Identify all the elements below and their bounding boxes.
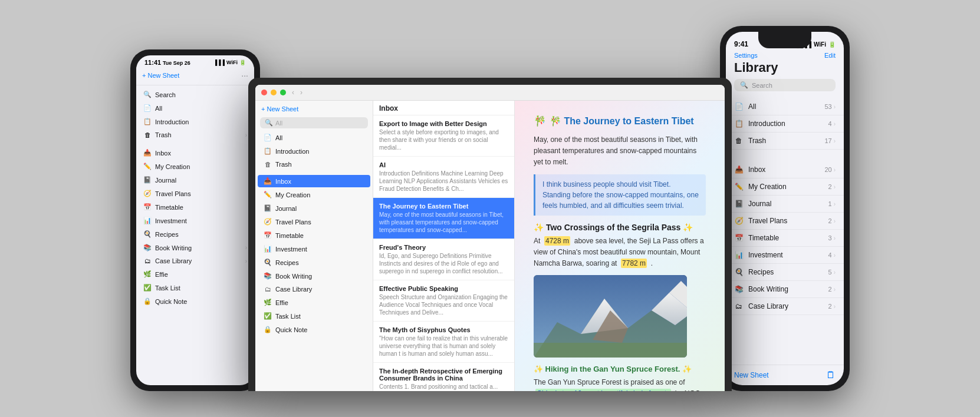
sidebar-item-task-list[interactable]: ✅ Task List	[136, 281, 254, 294]
library-item-recipes[interactable]: 🍳 Recipes 5 ›	[726, 264, 844, 281]
sidebar-label: Effie	[275, 299, 288, 306]
phone-right-new-sheet-button[interactable]: New Sheet	[734, 371, 769, 379]
chevron-icon: ›	[245, 258, 247, 264]
item-label: Trash	[748, 137, 766, 145]
sidebar-item-quick-note[interactable]: 🔒 Quick Note	[258, 323, 370, 336]
sidebar-item-label: Inbox	[155, 150, 171, 157]
sidebar-item-effie[interactable]: 🌿 Effie	[136, 267, 254, 281]
library-item-timetable[interactable]: 📅 Timetable 3 ›	[726, 230, 844, 247]
settings-button[interactable]: Settings	[734, 52, 758, 59]
chevron-icon: ›	[834, 201, 836, 207]
sidebar-item-my-creation[interactable]: ✏️ My Creation	[258, 188, 370, 201]
sidebar-item-search[interactable]: 🔍 Search	[136, 88, 254, 101]
note-item-ai[interactable]: AI Introduction Definitions Machine Lear…	[373, 157, 514, 198]
sidebar-item-inbox[interactable]: 📥 Inbox	[136, 146, 254, 160]
clipboard-icon: 📋	[264, 147, 272, 155]
forward-button[interactable]: ›	[300, 88, 302, 97]
sidebar-item-recipes[interactable]: 🍳 Recipes	[258, 256, 370, 269]
library-item-inbox[interactable]: 📥 Inbox 20 ›	[726, 161, 844, 178]
sidebar-label: Journal	[275, 205, 297, 212]
sidebar-item-journal[interactable]: 📓 Journal	[258, 202, 370, 214]
back-button[interactable]: ‹	[292, 88, 294, 97]
sidebar-item-my-creation[interactable]: ✏️ My Creation	[136, 160, 254, 173]
sidebar-item-timetable[interactable]: 📅 Timetable	[258, 229, 370, 241]
sidebar-item-book-writing[interactable]: 📚 Book Writing	[258, 270, 370, 282]
library-item-trash[interactable]: 🗑 Trash 17 ›	[726, 133, 844, 150]
library-item-case-library[interactable]: 🗂 Case Library 2 ›	[726, 298, 844, 315]
sidebar-item-inbox[interactable]: 📥 Inbox	[258, 175, 370, 187]
note-item-sisyphus[interactable]: The Myth of Sisyphus Quotes "How can one…	[373, 322, 514, 363]
phone-right-search[interactable]: 🔍 Search	[734, 79, 836, 91]
inbox-icon: 📥	[734, 166, 744, 174]
phone-left-more-button[interactable]: ···	[241, 71, 248, 80]
library-item-journal[interactable]: 📓 Journal 1 ›	[726, 196, 844, 213]
sidebar-item-effie[interactable]: 🌿 Effie	[258, 296, 370, 309]
compass-icon: 🧭	[734, 217, 744, 225]
phone-right-header: Settings Edit Library 🔍 Search	[726, 49, 844, 96]
note-item-export[interactable]: Export to Image with Better Design Selec…	[373, 115, 514, 157]
item-label: Investment	[748, 251, 783, 259]
maximize-button[interactable]	[280, 90, 286, 95]
note-preview: "How can one fail to realize that in thi…	[379, 335, 508, 358]
sidebar-item-introduction[interactable]: 📋 Introduction	[258, 145, 370, 157]
sidebar-item-journal[interactable]: 📓 Journal	[136, 173, 254, 187]
note-item-freud[interactable]: Freud's Theory Id, Ego, and Superego Def…	[373, 239, 514, 280]
sidebar-item-label: Timetable	[155, 204, 183, 211]
library-item-all[interactable]: 📄 All 53 ›	[726, 98, 844, 115]
sidebar-item-case-library[interactable]: 🗂 Case Library	[258, 283, 370, 295]
note-item-speaking[interactable]: Effective Public Speaking Speech Structu…	[373, 280, 514, 322]
search-icon: 🔍	[740, 81, 748, 89]
laptop-new-sheet-button[interactable]: + New Sheet	[261, 105, 298, 112]
sidebar-item-recipes[interactable]: 🍳 Recipes	[136, 227, 254, 241]
library-item-introduction[interactable]: 📋 Introduction 4 ›	[726, 115, 844, 133]
sidebar-item-task-list[interactable]: ✅ Task List	[258, 310, 370, 322]
phone-left-new-sheet-button[interactable]: + New Sheet	[142, 72, 179, 79]
minimize-button[interactable]	[271, 90, 277, 95]
library-item-book-writing[interactable]: 📚 Book Writing 2 ›	[726, 281, 844, 298]
sidebar-item-timetable[interactable]: 📅 Timetable	[136, 200, 254, 214]
sidebar-item-book-writing[interactable]: 📚 Book Writing ›	[136, 241, 254, 254]
note-item-brands[interactable]: The In-depth Retrospective of Emerging C…	[373, 363, 514, 391]
item-label: Inbox	[748, 166, 765, 174]
note-preview: Select a style before exporting to image…	[379, 128, 508, 151]
journal-icon: 📓	[734, 200, 744, 208]
close-button[interactable]	[261, 90, 267, 95]
phone-left-sidebar-list: 🔍 Search 📄 All 📋 Introduction	[136, 85, 254, 385]
library-item-investment[interactable]: 📊 Investment 4 ›	[726, 247, 844, 264]
inbox-icon: 📥	[264, 177, 272, 185]
sidebar-item-all[interactable]: 📄 All	[136, 101, 254, 115]
search-placeholder: All	[275, 120, 282, 127]
sidebar-item-investment[interactable]: 📊 Investment	[136, 214, 254, 227]
document-icon: 📄	[734, 102, 744, 111]
note-list: Inbox Export to Image with Better Design…	[373, 101, 515, 391]
chevron-icon: ›	[834, 218, 836, 224]
sidebar-item-introduction[interactable]: 📋 Introduction	[136, 115, 254, 128]
sidebar-item-investment[interactable]: 📊 Investment	[258, 243, 370, 255]
note-item-tibet[interactable]: The Journey to Eastern Tibet May, one of…	[373, 198, 514, 239]
laptop-sidebar-search[interactable]: 🔍 All	[260, 117, 368, 128]
sidebar-item-all[interactable]: 📄 All	[258, 131, 370, 144]
compass-icon: 🧭	[143, 190, 152, 197]
edit-button[interactable]: Edit	[824, 52, 836, 59]
sidebar-item-trash[interactable]: 🗑 Trash	[258, 158, 370, 170]
sidebar-item-label: My Creation	[155, 163, 190, 170]
sidebar-item-travel-plans[interactable]: 🧭 Travel Plans	[258, 216, 370, 228]
sidebar-item-travel-plans[interactable]: 🧭 Travel Plans	[136, 187, 254, 200]
checklist-icon: ✅	[143, 284, 152, 292]
sidebar-label: Inbox	[275, 178, 291, 185]
document-icon: 📄	[143, 104, 152, 112]
svg-rect-6	[534, 343, 687, 358]
chart-icon: 📊	[734, 251, 744, 259]
checklist-icon: ✅	[264, 312, 272, 320]
compose-icon[interactable]: 🗒	[826, 370, 836, 380]
library-item-my-creation[interactable]: ✏️ My Creation 2 ›	[726, 178, 844, 196]
sidebar-label: Quick Note	[275, 326, 307, 333]
library-item-travel-plans[interactable]: 🧭 Travel Plans 2 ›	[726, 213, 844, 230]
sidebar-item-quick-note[interactable]: 🔒 Quick Note	[136, 294, 254, 308]
main-editor[interactable]: 🎋 🎋 The Journey to Eastern Tibet May, on…	[515, 101, 725, 391]
sidebar-label: Trash	[275, 161, 292, 168]
phone-left-status-bar: 11:41 Tue Sep 26 ▐▐▐ WiFi 🔋	[136, 55, 254, 67]
chevron-icon: ›	[834, 138, 836, 144]
sidebar-item-trash[interactable]: 🗑 Trash ›	[136, 128, 254, 141]
sidebar-item-case-library[interactable]: 🗂 Case Library ›	[136, 254, 254, 267]
